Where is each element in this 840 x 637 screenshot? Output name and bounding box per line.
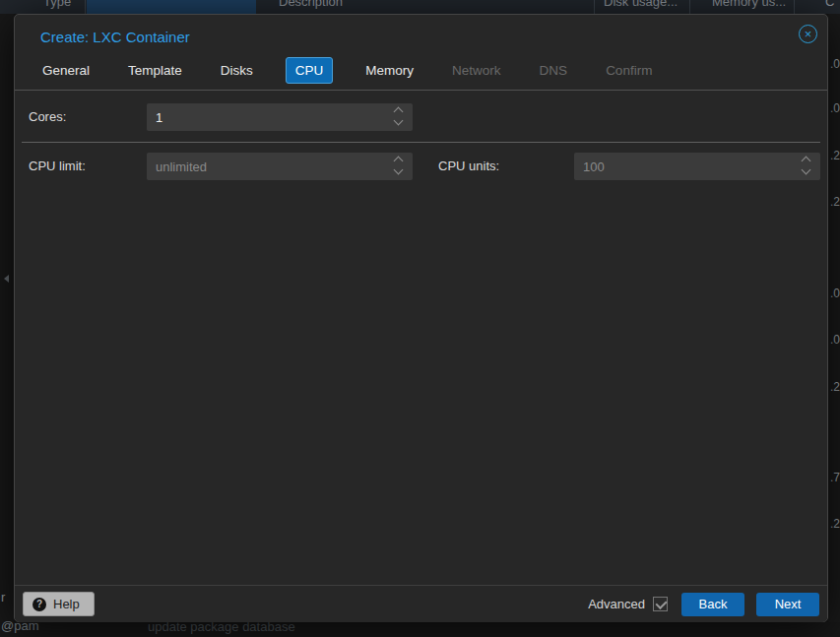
- dialog-footer: ? Help Advanced Back Next: [15, 585, 827, 622]
- table-cell-value: .0: [830, 287, 840, 300]
- cpu-tab-panel: Cores: CPU limit: CPU units:: [15, 90, 827, 585]
- tab-confirm: Confirm: [600, 57, 658, 84]
- cores-input[interactable]: [147, 103, 413, 131]
- table-cell-value: .0: [830, 101, 840, 115]
- column-separator: [689, 0, 690, 14]
- cpu-units-label: CPU units:: [438, 153, 499, 180]
- close-icon[interactable]: ×: [799, 25, 817, 43]
- background-table-values: .0 .0 .2 .2 .0 .0 .2 .7 .2: [828, 14, 840, 622]
- column-header-type: Type: [43, 0, 71, 12]
- form-divider: [22, 142, 820, 143]
- table-cell-value: .2: [830, 517, 840, 531]
- dialog-title: Create: LXC Container: [40, 29, 190, 45]
- spinner-down-icon[interactable]: [394, 116, 404, 126]
- tab-dns: DNS: [534, 57, 574, 84]
- column-header-cpu-partial: C: [825, 0, 834, 12]
- create-lxc-container-dialog: Create: LXC Container × General Template…: [14, 14, 828, 622]
- tab-network: Network: [446, 57, 507, 84]
- cores-label: Cores:: [29, 103, 66, 131]
- table-cell-value: .0: [830, 57, 840, 71]
- column-separator: [794, 0, 795, 14]
- tab-memory[interactable]: Memory: [359, 57, 420, 84]
- table-cell-value: .2: [830, 195, 840, 209]
- background-left-edge: r: [0, 14, 14, 622]
- tab-disks[interactable]: Disks: [215, 57, 259, 84]
- background-table-header: Type Description Disk usage... Memory us…: [0, 0, 840, 14]
- tab-general[interactable]: General: [36, 57, 96, 84]
- column-separator: [85, 0, 86, 14]
- wizard-tabbar: General Template Disks CPU Memory Networ…: [36, 57, 658, 84]
- table-cell-value: .0: [830, 333, 840, 347]
- help-icon: ?: [32, 598, 46, 611]
- background-task-row: @pam update package database: [0, 622, 840, 637]
- table-cell-value: .7: [830, 471, 840, 484]
- next-button[interactable]: Next: [756, 593, 819, 616]
- cpu-limit-label: CPU limit:: [29, 153, 86, 180]
- help-button-label: Help: [53, 597, 80, 611]
- tab-template[interactable]: Template: [122, 57, 188, 84]
- tab-cpu[interactable]: CPU: [286, 57, 334, 84]
- column-header-disk-usage: Disk usage...: [604, 0, 678, 12]
- cpu-limit-spinner: [147, 153, 413, 180]
- cpu-units-spinner: [574, 153, 820, 180]
- table-cell-value: .2: [830, 380, 840, 394]
- spinner-down-icon[interactable]: [802, 165, 811, 175]
- cpu-limit-input[interactable]: [147, 153, 413, 180]
- spinner-down-icon[interactable]: [394, 165, 404, 175]
- sorted-column-header: [87, 0, 256, 14]
- spinner-buttons[interactable]: [801, 153, 812, 180]
- cpu-units-input[interactable]: [574, 153, 820, 180]
- advanced-label: Advanced: [588, 597, 645, 611]
- collapse-arrow-icon: [4, 275, 9, 283]
- footer-actions: Advanced Back Next: [588, 593, 819, 616]
- column-separator: [594, 0, 595, 14]
- back-button[interactable]: Back: [681, 593, 744, 616]
- spinner-buttons[interactable]: [393, 103, 405, 131]
- advanced-checkbox[interactable]: [653, 597, 668, 611]
- spinner-buttons[interactable]: [393, 153, 405, 180]
- cores-spinner: [147, 103, 413, 131]
- help-button[interactable]: ? Help: [23, 592, 95, 616]
- column-header-memory-usage: Memory us...: [712, 0, 786, 12]
- column-header-description: Description: [279, 0, 343, 12]
- table-cell-value: .2: [830, 149, 840, 162]
- background-partial-text: r: [1, 590, 5, 605]
